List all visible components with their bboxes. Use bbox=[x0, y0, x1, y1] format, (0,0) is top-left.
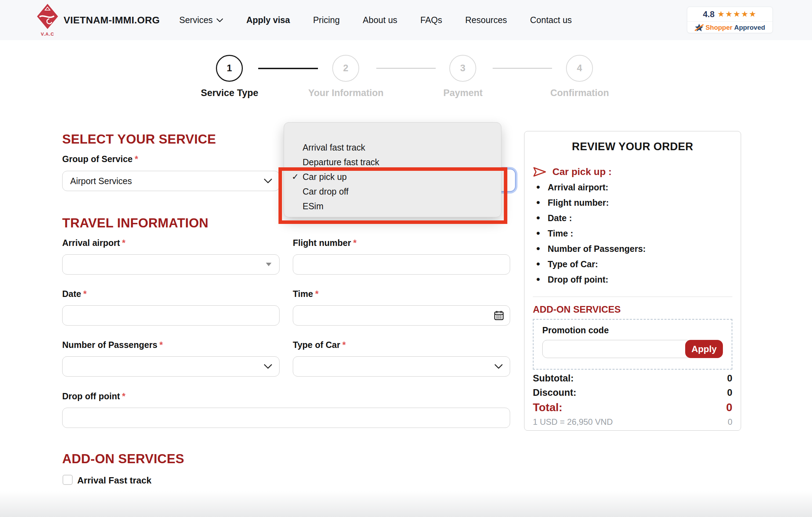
step-3-label: Payment bbox=[404, 88, 522, 99]
logo-diamond-icon bbox=[37, 3, 58, 29]
chevron-down-icon bbox=[216, 18, 223, 22]
rating-score: 4.8 bbox=[703, 9, 715, 19]
star-icons: ★★★★★ bbox=[717, 10, 757, 18]
send-arrow-icon bbox=[533, 166, 547, 178]
review-item: Flight number: bbox=[533, 195, 732, 210]
review-order-panel: REVIEW YOUR ORDER Car pick up : Arrival … bbox=[524, 131, 741, 431]
step-1-label: Service Type bbox=[170, 88, 289, 99]
section-title-travel-information: TRAVEL INFORMATION bbox=[62, 216, 209, 231]
step-4-circle: 4 bbox=[566, 55, 593, 82]
nav-services-label: Services bbox=[179, 15, 213, 25]
section-title-select-service: SELECT YOUR SERVICE bbox=[62, 132, 216, 147]
arrival-airport-select[interactable] bbox=[62, 254, 280, 275]
shopper-label: Shopper bbox=[705, 24, 732, 31]
promo-code-label: Promotion code bbox=[542, 325, 723, 335]
chevron-down-icon bbox=[264, 364, 272, 369]
nav-faqs[interactable]: FAQs bbox=[420, 15, 442, 25]
rating-row: 4.8 ★★★★★ bbox=[687, 7, 773, 22]
flight-number-label: Flight number* bbox=[293, 238, 356, 248]
selected-service-name: Car pick up : bbox=[552, 166, 612, 177]
arrival-airport-label: Arrival airport* bbox=[62, 238, 125, 248]
header: V.A.C VIETNAM-IMMI.ORG Services Apply vi… bbox=[0, 0, 812, 40]
checkmark-icon: ✓ bbox=[292, 172, 299, 182]
step-3-circle: 3 bbox=[449, 55, 476, 82]
group-of-service-label: Group of Service* bbox=[62, 154, 138, 164]
review-item: Arrival airport: bbox=[533, 180, 732, 195]
step-2-circle: 2 bbox=[332, 55, 359, 82]
subtotal-label: Subtotal: bbox=[533, 373, 574, 384]
review-item: Type of Car: bbox=[533, 256, 732, 272]
apply-button[interactable]: Apply bbox=[685, 340, 723, 358]
review-item: Drop off point: bbox=[533, 272, 732, 287]
option-arrival-fast-track[interactable]: Arrival fast track bbox=[284, 140, 501, 155]
logo-caption: V.A.C bbox=[36, 31, 59, 37]
step-1-circle: 1 bbox=[216, 55, 243, 82]
review-addons-title: ADD-ON SERVICES bbox=[533, 304, 732, 315]
type-of-car-label: Type of Car* bbox=[293, 340, 346, 350]
page: V.A.C VIETNAM-IMMI.ORG Services Apply vi… bbox=[0, 0, 812, 517]
nav-resources[interactable]: Resources bbox=[465, 15, 507, 25]
shopper-approved-star-icon bbox=[695, 23, 704, 32]
group-of-service-value: Airport Services bbox=[70, 176, 132, 186]
group-of-service-select[interactable]: Airport Services bbox=[62, 171, 280, 191]
arrival-fast-track-label: Arrival Fast track bbox=[77, 475, 151, 486]
option-esim[interactable]: ESim bbox=[284, 199, 501, 213]
total-row: Total: 0 bbox=[533, 401, 732, 414]
section-title-add-on-services: ADD-ON SERVICES bbox=[62, 452, 184, 466]
approved-label: Approved bbox=[734, 24, 765, 31]
exchange-rate-row: 1 USD = 26,950 VND 0 bbox=[533, 417, 732, 427]
shopper-approved-row: ShopperApproved bbox=[687, 22, 773, 33]
option-car-pick-up[interactable]: ✓ Car pick up bbox=[284, 169, 501, 184]
exchange-value: 0 bbox=[728, 417, 732, 427]
promo-code-box: Promotion code Apply bbox=[533, 319, 732, 370]
discount-value: 0 bbox=[727, 387, 732, 398]
step-connector-3 bbox=[493, 68, 552, 69]
date-input[interactable] bbox=[62, 305, 280, 326]
divider bbox=[533, 297, 732, 297]
calendar-icon bbox=[494, 310, 504, 321]
date-label: Date* bbox=[62, 289, 87, 299]
drop-off-point-label: Drop off point* bbox=[62, 391, 125, 401]
review-item: Number of Passengers: bbox=[533, 241, 732, 256]
review-item: Date : bbox=[533, 210, 732, 226]
time-input[interactable] bbox=[293, 305, 510, 326]
arrival-fast-track-checkbox[interactable] bbox=[63, 475, 73, 485]
brand-name[interactable]: VIETNAM-IMMI.ORG bbox=[64, 15, 160, 26]
selected-service-row: Car pick up : bbox=[533, 166, 732, 178]
nav-contact-us[interactable]: Contact us bbox=[530, 15, 572, 25]
review-item: Time : bbox=[533, 226, 732, 241]
step-connector-2 bbox=[376, 68, 436, 69]
type-of-car-select[interactable] bbox=[293, 356, 510, 377]
chevron-down-icon bbox=[264, 179, 272, 183]
total-label: Total: bbox=[533, 401, 563, 414]
nav-pricing[interactable]: Pricing bbox=[313, 15, 340, 25]
nav-services[interactable]: Services bbox=[179, 15, 223, 25]
step-connector-1 bbox=[258, 68, 318, 69]
required-asterisk: * bbox=[135, 154, 138, 164]
page-bottom-gradient bbox=[0, 491, 812, 517]
review-items: Arrival airport: Flight number: Date : T… bbox=[533, 180, 732, 287]
discount-row: Discount: 0 bbox=[533, 387, 732, 398]
promo-code-input[interactable] bbox=[542, 340, 691, 358]
main-nav: Services Apply visa Pricing About us FAQ… bbox=[179, 0, 572, 40]
option-departure-fast-track[interactable]: Departure fast track bbox=[284, 155, 501, 169]
time-label: Time* bbox=[293, 289, 319, 299]
exchange-note: 1 USD = 26,950 VND bbox=[533, 417, 613, 427]
passengers-select[interactable] bbox=[62, 356, 280, 377]
drop-off-point-input[interactable] bbox=[62, 408, 510, 428]
subtotal-row: Subtotal: 0 bbox=[533, 373, 732, 384]
subtotal-value: 0 bbox=[727, 373, 732, 384]
brand-logo[interactable]: V.A.C bbox=[36, 3, 59, 37]
dropdown-arrow-icon bbox=[266, 263, 271, 266]
nav-about-us[interactable]: About us bbox=[363, 15, 397, 25]
flight-number-input[interactable] bbox=[293, 254, 510, 275]
review-title: REVIEW YOUR ORDER bbox=[533, 140, 732, 153]
step-2-label: Your Information bbox=[287, 88, 405, 99]
nav-apply-visa[interactable]: Apply visa bbox=[246, 15, 290, 25]
discount-label: Discount: bbox=[533, 387, 577, 398]
total-value: 0 bbox=[726, 401, 732, 414]
option-car-drop-off[interactable]: Car drop off bbox=[284, 184, 501, 199]
chevron-down-icon bbox=[494, 364, 503, 369]
service-dropdown-menu: Arrival fast track Departure fast track … bbox=[284, 122, 501, 217]
rating-badge[interactable]: 4.8 ★★★★★ ShopperApproved bbox=[687, 7, 773, 33]
